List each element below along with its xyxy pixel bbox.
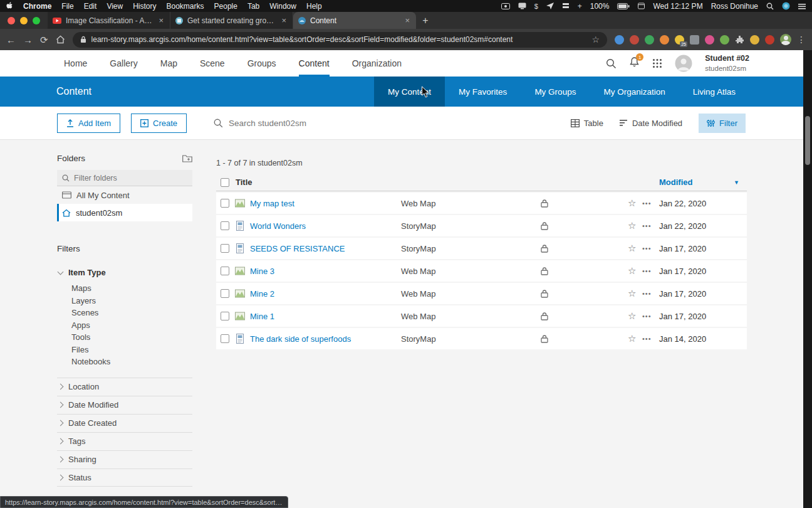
row-options-icon[interactable]: •••: [642, 290, 652, 297]
row-checkbox[interactable]: [221, 289, 229, 298]
plane-icon[interactable]: [546, 3, 554, 9]
row-options-icon[interactable]: •••: [642, 312, 652, 320]
display-icon[interactable]: [518, 3, 526, 9]
apple-icon[interactable]: [6, 2, 13, 10]
menubar-item-people[interactable]: People: [214, 2, 237, 11]
extension-icon[interactable]: 25: [675, 35, 684, 45]
extension-icon[interactable]: [615, 35, 624, 45]
extensions-puzzle-icon[interactable]: [735, 35, 744, 45]
favorite-star-icon[interactable]: ☆: [628, 265, 636, 277]
https-lock-icon[interactable]: [80, 36, 86, 43]
nav-item-home[interactable]: Home: [64, 50, 87, 77]
tab-my-content[interactable]: My Content: [374, 77, 445, 107]
menubar-item-history[interactable]: History: [133, 2, 156, 11]
sharing-lock-icon[interactable]: [541, 199, 548, 208]
table-row[interactable]: Mine 1 Web Map ☆ ••• Jan 17, 2020: [216, 305, 747, 327]
filter-item-maps[interactable]: Maps: [57, 282, 192, 295]
menubar-item-file[interactable]: File: [61, 2, 73, 11]
row-options-icon[interactable]: •••: [642, 267, 652, 275]
row-checkbox[interactable]: [221, 312, 229, 320]
sharing-lock-icon[interactable]: [541, 244, 548, 253]
spotlight-search-icon[interactable]: [766, 3, 774, 10]
notifications-bell-icon[interactable]: 1: [629, 56, 640, 70]
filter-group-date-created[interactable]: Date Created: [57, 414, 192, 432]
filter-group-date-modified[interactable]: Date Modified: [57, 396, 192, 414]
sharing-lock-icon[interactable]: [541, 312, 548, 320]
nav-item-groups[interactable]: Groups: [247, 50, 276, 77]
row-checkbox[interactable]: [221, 244, 229, 253]
extension-icon[interactable]: [765, 35, 774, 45]
table-row[interactable]: Mine 2 Web Map ☆ ••• Jan 17, 2020: [216, 283, 747, 304]
select-all-checkbox[interactable]: [221, 178, 229, 187]
new-tab-button[interactable]: +: [416, 12, 435, 29]
sharing-lock-icon[interactable]: [541, 334, 548, 343]
menubar-app-name[interactable]: Chrome: [23, 2, 51, 11]
sort-dropdown[interactable]: Date Modified: [620, 119, 682, 128]
menubar-user[interactable]: Ross Donihue: [711, 2, 758, 11]
table-row[interactable]: SEEDS OF RESISTANCE StoryMap ☆ ••• Jan 1…: [216, 238, 747, 259]
nav-search-icon[interactable]: [606, 58, 617, 69]
menubar-item-help[interactable]: Help: [306, 2, 322, 11]
bookmark-star-icon[interactable]: ☆: [591, 34, 600, 45]
column-modified-sort[interactable]: Modified: [659, 177, 692, 187]
back-button[interactable]: ←: [6, 35, 16, 45]
content-search-input[interactable]: [229, 119, 458, 128]
forward-button[interactable]: →: [23, 35, 33, 45]
sharing-lock-icon[interactable]: [541, 221, 548, 230]
chrome-profile-avatar[interactable]: [780, 34, 791, 45]
reload-button[interactable]: ⟳: [40, 35, 48, 45]
table-row[interactable]: Mine 3 Web Map ☆ ••• Jan 17, 2020: [216, 260, 747, 282]
row-checkbox[interactable]: [221, 221, 229, 230]
calendar-icon[interactable]: [638, 3, 645, 9]
table-row[interactable]: My map test Web Map ☆ ••• Jan 22, 2020: [216, 193, 747, 214]
user-meta[interactable]: Student #02 student02sm: [705, 54, 749, 73]
content-search[interactable]: [214, 119, 458, 128]
tab-my-groups[interactable]: My Groups: [521, 77, 590, 107]
siri-icon[interactable]: [782, 2, 790, 10]
extension-icon[interactable]: [630, 35, 639, 45]
filter-item-layers[interactable]: Layers: [57, 295, 192, 307]
browser-tab-1[interactable]: Image Classification - ArcGIS - ×: [48, 12, 170, 29]
filter-group-tags[interactable]: Tags: [57, 432, 192, 450]
tab-my-organization[interactable]: My Organization: [590, 77, 679, 107]
filter-folders-input[interactable]: [74, 174, 187, 183]
filter-group-location[interactable]: Location: [57, 378, 192, 396]
filter-button[interactable]: Filter: [699, 114, 746, 133]
menubar-item-tab[interactable]: Tab: [247, 2, 259, 11]
window-close-button[interactable]: [8, 17, 15, 24]
row-checkbox[interactable]: [221, 334, 229, 343]
extension-icon[interactable]: [720, 35, 729, 45]
folder-item-all-my-content[interactable]: All My Content: [57, 186, 192, 204]
scrollbar-thumb[interactable]: [805, 116, 810, 165]
screen-record-icon[interactable]: [501, 3, 510, 9]
filter-item-scenes[interactable]: Scenes: [57, 307, 192, 319]
home-button-icon[interactable]: [56, 35, 65, 44]
nav-item-gallery[interactable]: Gallery: [110, 50, 137, 77]
currency-icon[interactable]: $: [534, 3, 538, 10]
sharing-lock-icon[interactable]: [541, 289, 548, 298]
page-scrollbar[interactable]: [803, 50, 812, 508]
tab-close-icon[interactable]: ×: [280, 16, 288, 25]
browser-tab-2[interactable]: Get started creating groups-- ×: [170, 12, 293, 29]
create-button[interactable]: Create: [131, 114, 187, 133]
table-row[interactable]: World Wonders StoryMap ☆ ••• Jan 22, 202…: [216, 215, 747, 236]
menubar-clock[interactable]: Wed 12:12 PM: [653, 2, 702, 11]
row-checkbox[interactable]: [221, 199, 229, 208]
item-title-link[interactable]: SEEDS OF RESISTANCE: [250, 244, 345, 253]
nav-item-content[interactable]: Content: [299, 50, 330, 77]
app-launcher-icon[interactable]: [652, 58, 662, 68]
tab-living-atlas[interactable]: Living Atlas: [679, 77, 749, 107]
nav-item-map[interactable]: Map: [160, 50, 177, 77]
filter-group-status[interactable]: Status: [57, 468, 192, 487]
row-options-icon[interactable]: •••: [642, 335, 652, 342]
extension-icon[interactable]: [690, 35, 699, 45]
nav-item-scene[interactable]: Scene: [200, 50, 225, 77]
folder-item-student02sm[interactable]: student02sm: [57, 204, 192, 221]
item-title-link[interactable]: My map test: [250, 199, 294, 208]
view-toggle-table[interactable]: Table: [571, 119, 603, 128]
omnibox[interactable]: learn-story.maps.arcgis.com/home/content…: [73, 32, 607, 48]
plus-icon[interactable]: +: [578, 2, 582, 11]
menubar-item-window[interactable]: Window: [269, 2, 296, 11]
extension-icon[interactable]: [645, 35, 654, 45]
item-title-link[interactable]: Mine 1: [250, 312, 274, 321]
